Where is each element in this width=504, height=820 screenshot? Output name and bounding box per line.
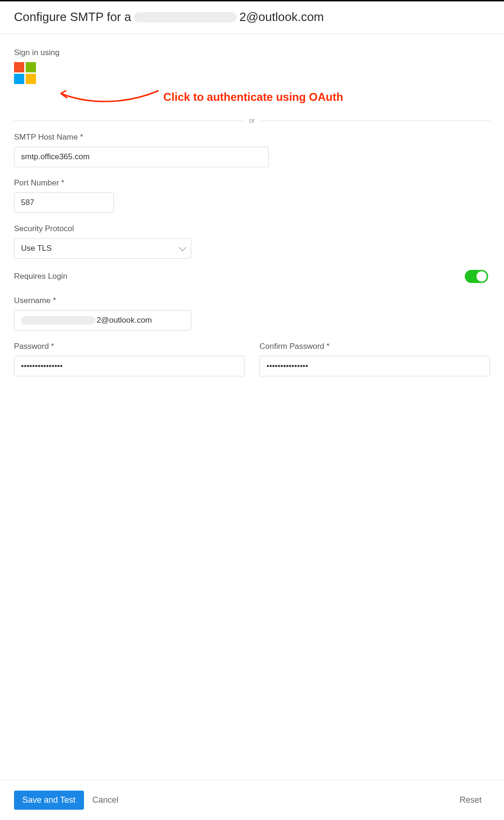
chevron-down-icon (179, 243, 187, 251)
microsoft-logo-icon (14, 74, 24, 84)
microsoft-logo-icon (14, 62, 24, 72)
microsoft-logo-icon (26, 74, 36, 84)
port-label: Port Number * (14, 178, 490, 188)
security-protocol-select[interactable]: Use TLS (14, 238, 191, 259)
oauth-hint-text: Click to authenticate using OAuth (163, 91, 343, 104)
form-area: Sign in using Click to authenticate usin… (0, 34, 504, 780)
password-label: Password * (14, 342, 245, 351)
requires-login-row: Requires Login (14, 270, 490, 283)
title-suffix: 2@outlook.com (239, 10, 324, 24)
title-prefix: Configure SMTP for a (14, 10, 131, 24)
arrow-icon (42, 85, 163, 108)
security-protocol-label: Security Protocol (14, 224, 490, 233)
password-field: Password * (14, 342, 245, 376)
security-protocol-value: Use TLS (21, 244, 52, 253)
username-input[interactable]: 2@outlook.com (14, 310, 191, 331)
oauth-annotation: Click to authenticate using OAuth (14, 87, 490, 115)
footer-bar: Save and Test Cancel Reset (0, 780, 504, 820)
requires-login-label: Requires Login (14, 272, 67, 281)
header-bar: Configure SMTP for a 2@outlook.com (0, 0, 504, 34)
save-and-test-button[interactable]: Save and Test (14, 791, 84, 810)
reset-button[interactable]: Reset (451, 791, 490, 810)
port-field: Port Number * (14, 178, 490, 213)
confirm-password-field: Confirm Password * (259, 342, 490, 376)
smtp-host-label: SMTP Host Name * (14, 133, 490, 142)
confirm-password-input[interactable] (259, 356, 490, 376)
smtp-host-field: SMTP Host Name * (14, 133, 490, 167)
signin-label: Sign in using (14, 48, 490, 57)
microsoft-logo-icon (26, 62, 36, 72)
confirm-password-label: Confirm Password * (259, 342, 490, 351)
redacted-username-part (21, 316, 96, 325)
cancel-button[interactable]: Cancel (84, 791, 127, 810)
password-input[interactable] (14, 356, 245, 376)
requires-login-toggle[interactable] (465, 270, 488, 283)
username-suffix: 2@outlook.com (97, 316, 152, 325)
port-input[interactable] (14, 192, 114, 213)
username-field: Username * 2@outlook.com (14, 296, 490, 331)
smtp-host-input[interactable] (14, 147, 269, 167)
username-label: Username * (14, 296, 490, 305)
redacted-email-part (134, 12, 237, 22)
page-title: Configure SMTP for a 2@outlook.com (14, 10, 490, 24)
security-protocol-field: Security Protocol Use TLS (14, 224, 490, 259)
or-divider: or (14, 117, 490, 124)
or-text: or (243, 117, 261, 124)
microsoft-oauth-button[interactable] (14, 62, 36, 84)
